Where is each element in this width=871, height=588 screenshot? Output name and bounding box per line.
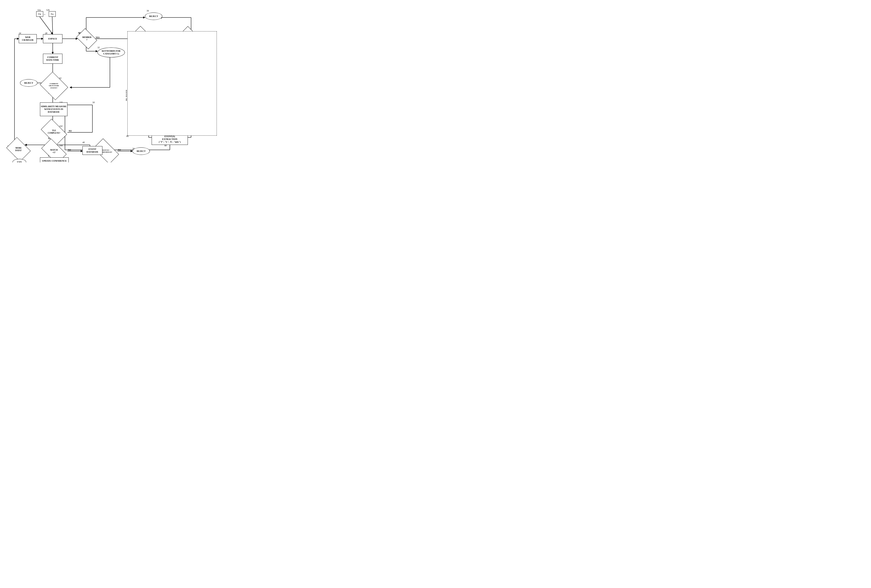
web-crawler-node: WEBCRAWLER (19, 34, 37, 43)
espace-node: ESPACE (43, 34, 63, 43)
more-data-diamond: MOREDATA? (6, 137, 31, 162)
keywords-node: KEYWORDS FORCATEGORY C₁ (97, 48, 125, 57)
current-datetime-node: CURRENTDATE/TIME (43, 54, 63, 64)
member-diamond: MEMBER? (76, 28, 97, 49)
ref-56a: 56 (147, 9, 149, 12)
match1-no-label: NO (68, 149, 71, 151)
outer-dashed-rect (127, 31, 217, 136)
ref-50: 50 (93, 101, 95, 104)
c1-node: C₁ (36, 11, 43, 17)
ref-32: 32 (97, 46, 100, 49)
ref-40: 40 (82, 141, 85, 144)
reject-bottom-node: REJECT (132, 147, 150, 155)
svg-line-49 (40, 17, 53, 34)
svg-line-50 (52, 17, 53, 34)
match-thresh-no-label: NO (118, 149, 121, 151)
ref-104: 104 (59, 144, 63, 147)
event-database-node: EVENTDATABASE (82, 146, 102, 155)
ref-52b: 52b (46, 9, 50, 11)
tle-complete-diamond: TLECOMPLETE? (41, 119, 67, 145)
current-future-diamond: CURRENTOR FUTUREEVENT? (40, 72, 68, 100)
flowchart-diagram: 24 28 52a 52b 54 56 58 60 32 92 100 102 … (5, 5, 220, 157)
update-confidence-node: UPDATE CONFIDENCE (40, 157, 69, 162)
ref-52a: 52a (37, 9, 41, 11)
similarity-node: SIMILARITY MEASUREWITH EVENTS INDATABASE (40, 102, 67, 116)
end-node: END (12, 159, 26, 162)
tle-no-label: NO (69, 130, 72, 132)
cn-node: Cₙ (49, 11, 56, 17)
reject-left-node: REJECT (20, 79, 37, 87)
dots-label: ... (44, 13, 45, 15)
member-yes-label: YES (96, 36, 100, 39)
reject-top-node: REJECT (145, 12, 162, 20)
